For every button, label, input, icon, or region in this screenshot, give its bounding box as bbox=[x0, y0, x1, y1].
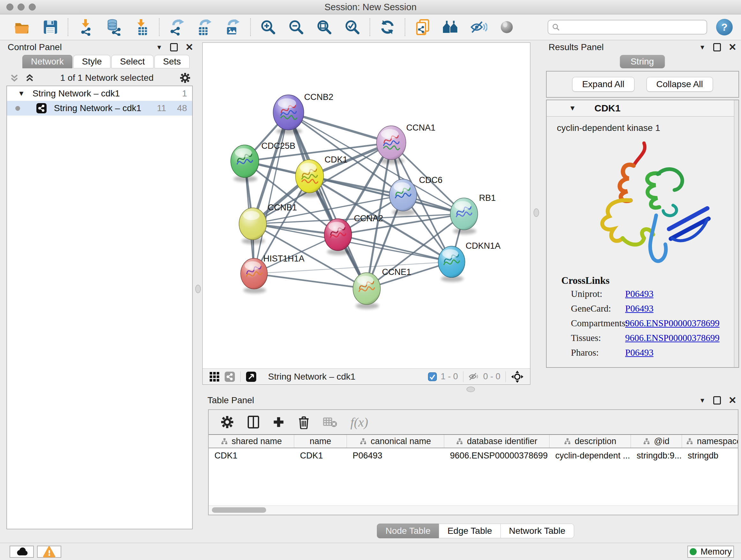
network-canvas[interactable]: CCNB2CCNA1CDC25BCDK1CDC6RB1CCNB1CCNA2CDK… bbox=[203, 43, 530, 368]
left-splitter-handle[interactable] bbox=[195, 285, 201, 293]
table-cell[interactable]: cyclin-dependent ... bbox=[549, 448, 631, 463]
table-row[interactable]: CDK1CDK1P064939606.ENSP00000378699cyclin… bbox=[209, 448, 738, 463]
zoom-out-icon[interactable] bbox=[282, 18, 310, 36]
string-documents-icon[interactable] bbox=[408, 18, 436, 36]
column-header-description[interactable]: description bbox=[549, 435, 631, 448]
table-cell[interactable]: CDK1 bbox=[294, 448, 347, 463]
tab-network-table[interactable]: Network Table bbox=[500, 523, 574, 538]
open-session-icon[interactable] bbox=[8, 19, 37, 35]
tab-sets[interactable]: Sets bbox=[154, 55, 190, 68]
selected-checkbox-icon[interactable] bbox=[428, 372, 437, 381]
panel-close-icon[interactable]: ✕ bbox=[729, 395, 737, 405]
delete-table-icon[interactable] bbox=[323, 416, 338, 428]
network-share-gray-icon[interactable] bbox=[224, 371, 235, 382]
open-in-new-window-icon[interactable] bbox=[246, 371, 257, 382]
save-session-icon[interactable] bbox=[37, 19, 64, 35]
expand-all-icon[interactable] bbox=[25, 73, 35, 83]
refresh-icon[interactable] bbox=[374, 19, 401, 36]
table-cell[interactable]: CDK1 bbox=[209, 448, 294, 463]
node-highlight bbox=[245, 261, 261, 270]
tab-select[interactable]: Select bbox=[111, 55, 153, 68]
tab-network[interactable]: Network bbox=[22, 55, 72, 68]
help-icon[interactable]: ? bbox=[716, 19, 733, 36]
column-header-namespace[interactable]: namespace bbox=[682, 435, 738, 448]
section-expand-icon[interactable]: ▼ bbox=[569, 104, 576, 112]
function-builder-icon[interactable]: f(x) bbox=[350, 415, 368, 430]
node-highlight bbox=[243, 211, 260, 220]
show-graphics-details-icon[interactable] bbox=[493, 19, 521, 35]
expand-all-button[interactable]: Expand All bbox=[572, 77, 634, 91]
panel-close-icon[interactable]: ✕ bbox=[729, 43, 737, 52]
add-column-icon[interactable] bbox=[273, 416, 285, 428]
table-settings-gear-icon[interactable] bbox=[220, 415, 234, 429]
gear-icon[interactable] bbox=[179, 72, 191, 84]
panel-float-icon[interactable] bbox=[713, 43, 721, 51]
network-edge[interactable] bbox=[254, 112, 288, 273]
column-header-@id[interactable]: @id bbox=[631, 435, 682, 448]
column-header-shared-name[interactable]: shared name bbox=[209, 435, 294, 448]
collapse-all-icon[interactable] bbox=[10, 73, 19, 83]
crosslink-value-link[interactable]: P06493 bbox=[625, 301, 654, 316]
horizontal-splitter-handle[interactable] bbox=[467, 387, 475, 392]
export-image-icon[interactable] bbox=[219, 18, 247, 36]
panel-float-icon[interactable] bbox=[170, 43, 178, 51]
crosslink-value-link[interactable]: P06493 bbox=[625, 287, 654, 301]
network-view[interactable]: CCNB2CCNA1CDC25BCDK1CDC6RB1CCNB1CCNA2CDK… bbox=[202, 43, 530, 385]
search-input[interactable] bbox=[562, 22, 703, 33]
hide-unhide-icon[interactable] bbox=[465, 20, 493, 35]
collapse-all-button[interactable]: Collapse All bbox=[647, 77, 713, 91]
export-network-icon[interactable] bbox=[163, 18, 191, 36]
warnings-button[interactable] bbox=[37, 546, 61, 558]
crosslink-value-link[interactable]: P06493 bbox=[625, 345, 654, 360]
crosslink-value-link[interactable]: 9606.ENSP00000378699 bbox=[625, 316, 720, 330]
table-cell[interactable]: stringdb:9... bbox=[631, 448, 682, 463]
control-panel-title: Control Panel bbox=[8, 42, 62, 52]
tab-edge-table[interactable]: Edge Table bbox=[439, 523, 501, 538]
panel-float-icon[interactable] bbox=[713, 396, 721, 405]
table-cell[interactable]: stringdb bbox=[682, 448, 738, 463]
tab-string[interactable]: String bbox=[620, 55, 665, 68]
home-icon[interactable] bbox=[436, 20, 465, 34]
crosslink-value-link[interactable]: 9606.ENSP00000378699 bbox=[625, 330, 720, 345]
grid-view-icon[interactable] bbox=[209, 371, 220, 382]
zoom-fit-icon[interactable] bbox=[310, 18, 338, 36]
hidden-eye-slash-icon[interactable] bbox=[468, 372, 479, 381]
zoom-selected-icon[interactable] bbox=[338, 18, 366, 36]
table-horizontal-scrollbar[interactable] bbox=[209, 505, 738, 515]
results-panel-header: Results Panel ▼ ✕ bbox=[543, 40, 741, 54]
memory-button[interactable]: Memory bbox=[687, 546, 734, 558]
export-table-icon[interactable] bbox=[191, 18, 219, 36]
collection-expand-icon[interactable]: ▼ bbox=[18, 89, 25, 98]
show-columns-icon[interactable] bbox=[247, 415, 260, 429]
network-row[interactable]: String Network – cdk1 11 48 bbox=[7, 101, 192, 116]
collection-label: String Network – cdk1 bbox=[32, 88, 120, 99]
crosslink-label: Tissues: bbox=[571, 330, 625, 345]
scrollbar-thumb[interactable] bbox=[212, 507, 266, 513]
zoom-in-icon[interactable] bbox=[254, 18, 282, 36]
right-splitter-handle[interactable] bbox=[534, 208, 539, 217]
search-field[interactable] bbox=[548, 20, 707, 35]
tab-style[interactable]: Style bbox=[73, 55, 111, 68]
import-network-database-icon[interactable] bbox=[99, 18, 128, 36]
delete-trash-icon[interactable] bbox=[297, 415, 310, 429]
network-edge[interactable] bbox=[288, 112, 391, 143]
fit-content-crosshair-icon[interactable] bbox=[511, 370, 524, 383]
column-header-name[interactable]: name bbox=[294, 435, 347, 448]
table-cell[interactable]: 9606.ENSP00000378699 bbox=[444, 448, 549, 463]
column-header-database-identifier[interactable]: database identifier bbox=[444, 435, 549, 448]
node-label: CDC6 bbox=[419, 175, 443, 185]
network-collection-row[interactable]: ▼ String Network – cdk1 1 bbox=[7, 86, 192, 101]
table-cell[interactable]: P06493 bbox=[347, 448, 444, 463]
import-table-file-icon[interactable] bbox=[128, 18, 156, 36]
results-scrollbar[interactable] bbox=[734, 100, 738, 367]
column-header-canonical-name[interactable]: canonical name bbox=[347, 435, 444, 448]
panel-close-icon[interactable]: ✕ bbox=[185, 43, 193, 52]
tab-node-table[interactable]: Node Table bbox=[377, 523, 439, 538]
import-network-file-icon[interactable] bbox=[71, 18, 99, 36]
panel-menu-icon[interactable]: ▼ bbox=[699, 44, 705, 51]
panel-menu-icon[interactable]: ▼ bbox=[699, 397, 705, 404]
gene-section-header[interactable]: ▼ CDK1 bbox=[547, 100, 738, 117]
network-edge[interactable] bbox=[254, 273, 367, 289]
cloud-button[interactable] bbox=[10, 546, 34, 558]
panel-menu-icon[interactable]: ▼ bbox=[156, 44, 162, 51]
